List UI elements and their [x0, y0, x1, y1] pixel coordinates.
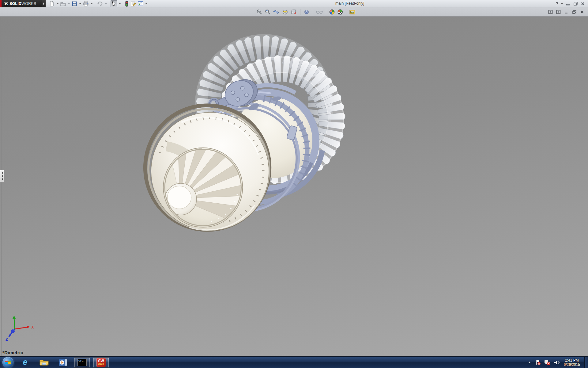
internet-explorer-icon: e — [23, 358, 27, 367]
solidworks-brand: SOLIDWORKS — [9, 2, 36, 6]
document-title: main [Read-only] — [335, 1, 364, 6]
taskbar-internet-explorer[interactable]: e — [17, 357, 33, 368]
view-settings-button[interactable] — [349, 9, 356, 15]
titlebar-controls: ? — [556, 0, 586, 7]
zoom-to-fit-button[interactable] — [256, 9, 263, 15]
doc-close-button[interactable] — [579, 9, 585, 15]
help-button[interactable]: ? — [556, 1, 558, 6]
select-dropdown[interactable] — [118, 0, 121, 7]
taskbar-clock[interactable]: 2:41 PM 6/26/2015 — [564, 358, 580, 367]
zoom-to-area-button[interactable] — [264, 9, 271, 15]
apply-scene-button[interactable] — [337, 9, 344, 15]
graphics-viewport[interactable]: X Z *Dimetric — [0, 17, 588, 356]
select-button[interactable] — [111, 0, 117, 7]
title-bar: 3S SOLIDWORKS — [0, 0, 588, 7]
undo-button[interactable] — [96, 0, 104, 7]
network-status-icon[interactable] — [544, 359, 551, 366]
close-icon — [581, 2, 585, 6]
options-button[interactable] — [137, 0, 144, 7]
app-minimize-button[interactable] — [565, 1, 571, 6]
new-dropdown[interactable] — [56, 0, 59, 7]
taskbar-windows-explorer[interactable] — [36, 357, 52, 368]
brand-solid: SOLID — [9, 2, 21, 6]
save-floppy-icon — [71, 1, 77, 7]
taskbar-media-player[interactable] — [55, 357, 71, 368]
undo-dropdown[interactable] — [104, 0, 107, 7]
file-properties-icon — [130, 1, 136, 7]
zoom-to-fit-icon — [256, 9, 262, 15]
triad-x-label: X — [31, 325, 34, 329]
doc-restore-button[interactable] — [571, 9, 577, 15]
view-orientation-button[interactable] — [303, 9, 310, 15]
annotation-views-icon — [291, 9, 297, 15]
select-cursor-icon — [111, 1, 117, 7]
print-icon — [83, 1, 89, 7]
open-button[interactable] — [60, 0, 66, 7]
volume-speaker-icon[interactable] — [553, 359, 560, 366]
folder-icon — [39, 358, 49, 366]
file-properties-button[interactable] — [130, 0, 137, 7]
save-button[interactable] — [71, 0, 78, 7]
print-button[interactable] — [82, 0, 89, 7]
jet-engine-model[interactable] — [0, 17, 588, 356]
logo-red-strip — [0, 0, 2, 7]
system-tray: 2:41 PM 6/26/2015 — [528, 357, 588, 368]
start-button[interactable] — [2, 357, 13, 368]
windows-flag-icon — [5, 360, 11, 365]
save-dropdown[interactable] — [78, 0, 82, 7]
undo-icon — [96, 1, 103, 7]
print-dropdown[interactable] — [90, 0, 93, 7]
toolbar-separator — [346, 9, 346, 15]
new-document-button[interactable] — [48, 0, 55, 7]
solidworks-logo[interactable]: 3S SOLIDWORKS — [0, 0, 42, 7]
menu-expand-arrow[interactable] — [42, 0, 46, 7]
previous-view-button[interactable] — [273, 9, 280, 15]
command-prompt-icon: C:\_ — [77, 359, 87, 366]
sw-year: 2015 — [98, 363, 104, 365]
panel-forward-button[interactable] — [556, 9, 561, 15]
taskbar-items: e C:\_ SW 2015 — [17, 357, 109, 368]
show-desktop-button[interactable] — [584, 357, 588, 368]
main-toolbar — [48, 0, 148, 7]
tray-icons — [535, 359, 560, 366]
show-hidden-icons-button[interactable] — [528, 362, 531, 363]
open-folder-icon — [60, 1, 66, 7]
annotation-views-button[interactable] — [290, 9, 298, 15]
feature-panel-edge — [1, 17, 2, 356]
section-view-button[interactable] — [281, 9, 289, 15]
apply-scene-ball-icon — [337, 9, 343, 15]
help-dropdown[interactable] — [560, 0, 564, 7]
doc-minimize-button[interactable] — [564, 9, 569, 15]
solidworks-logo-mark: 3S — [4, 2, 8, 6]
media-player-icon — [58, 358, 68, 367]
app-restore-button[interactable] — [573, 1, 578, 6]
toolbar-separator — [313, 9, 313, 15]
open-dropdown[interactable] — [67, 0, 70, 7]
zoom-to-area-icon — [265, 9, 271, 15]
minimize-icon — [564, 10, 568, 14]
clock-time: 2:41 PM — [564, 358, 580, 362]
solidworks-2015-icon: SW 2015 — [96, 358, 106, 367]
previous-view-icon — [273, 9, 280, 15]
section-view-icon — [282, 9, 288, 15]
hide-show-items-glasses-icon — [316, 9, 323, 15]
app-close-button[interactable] — [580, 1, 586, 6]
rebuild-traffic-light-icon — [125, 1, 129, 7]
toolbar-separator — [326, 9, 326, 15]
panel-splitter-handle[interactable] — [0, 170, 4, 182]
document-window-controls — [548, 7, 585, 16]
edit-appearance-ball-icon — [329, 9, 335, 15]
windows-taskbar: e C:\_ SW 2015 — [0, 356, 588, 368]
panel-back-button[interactable] — [548, 9, 553, 15]
taskbar-solidworks[interactable]: SW 2015 — [93, 357, 109, 368]
action-center-flag-icon[interactable] — [535, 359, 541, 366]
options-dropdown[interactable] — [145, 0, 148, 7]
hide-show-items-button[interactable] — [315, 9, 323, 15]
brand-works: WORKS — [21, 2, 36, 6]
options-list-icon — [138, 1, 144, 7]
view-orientation-label: *Dimetric — [2, 350, 23, 355]
taskbar-command-prompt[interactable]: C:\_ — [74, 357, 90, 368]
rebuild-button[interactable] — [124, 0, 129, 7]
edit-appearance-button[interactable] — [329, 9, 335, 15]
new-document-icon — [49, 1, 55, 7]
